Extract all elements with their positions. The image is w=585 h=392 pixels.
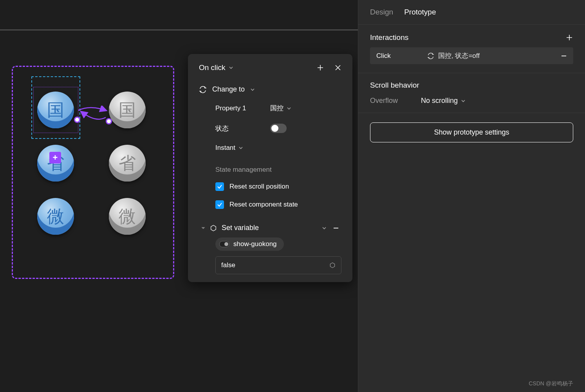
swap-icon	[427, 52, 434, 59]
interaction-trigger: Click	[376, 52, 427, 60]
plus-icon	[316, 64, 324, 72]
variable-icon	[210, 225, 217, 232]
caret-down-icon	[200, 225, 206, 231]
overflow-dropdown[interactable]: No scrolling	[421, 97, 466, 105]
popup-header: On click	[188, 54, 352, 81]
chevron-down-icon	[287, 106, 291, 111]
property1-row: Property 1 国控	[199, 98, 341, 118]
divider	[358, 113, 585, 113]
trigger-dropdown[interactable]: On click	[199, 63, 316, 72]
interactions-section: Interactions Click 国控, 状态=off	[358, 25, 585, 73]
add-action-button[interactable]	[316, 64, 324, 72]
right-panel: Design Prototype Interactions Click 国控, …	[358, 0, 585, 392]
state-toggle[interactable]	[270, 124, 287, 133]
state-management-title: State management	[199, 160, 341, 178]
variable-value: false	[221, 261, 329, 269]
reset-component-row: Reset component state	[199, 196, 341, 214]
chevron-down-icon	[461, 99, 466, 103]
reset-component-checkbox[interactable]	[215, 200, 224, 209]
overflow-label: Overflow	[370, 97, 421, 105]
panel-tabs: Design Prototype	[358, 0, 585, 24]
interaction-item[interactable]: Click 国控, 状态=off	[370, 47, 573, 64]
set-variable-action[interactable]: Set variable	[199, 214, 341, 235]
property1-label: Property 1	[215, 104, 270, 112]
chevron-down-icon	[250, 87, 255, 92]
minus-icon	[561, 53, 567, 59]
trigger-label: On click	[199, 63, 226, 72]
close-popup-button[interactable]	[334, 64, 341, 71]
minus-icon	[333, 225, 339, 231]
watermark: CSDN @岩鸣杨子	[529, 380, 573, 387]
set-variable-label: Set variable	[222, 224, 320, 232]
boolean-variable-icon	[219, 241, 229, 247]
overflow-row: Overflow No scrolling	[358, 94, 585, 113]
chevron-down-icon	[322, 226, 327, 230]
tab-design[interactable]: Design	[370, 8, 393, 16]
canvas-divider	[0, 29, 358, 31]
swap-icon	[199, 86, 207, 94]
token-guo-on[interactable]: 国	[37, 92, 74, 128]
interaction-popup: On click Change to Property 1 国控	[188, 54, 352, 282]
reset-scroll-row: Reset scroll position	[199, 178, 341, 196]
variable-icon	[329, 262, 336, 268]
state-label: 状态	[215, 124, 270, 133]
change-to-action[interactable]: Change to	[199, 81, 341, 98]
token-wei-off[interactable]: 微	[109, 198, 146, 235]
variable-name: show-guokong	[233, 240, 277, 248]
token-wei-on[interactable]: 微	[37, 198, 74, 235]
remove-setvar-button[interactable]	[333, 225, 339, 231]
state-row: 状态	[199, 118, 341, 138]
interaction-action: 国控, 状态=off	[438, 51, 480, 60]
change-to-label: Change to	[212, 85, 245, 94]
interactions-title: Interactions	[370, 33, 565, 42]
check-icon	[217, 202, 222, 207]
check-icon	[217, 184, 222, 189]
chevron-down-icon	[229, 65, 233, 70]
remove-interaction-button[interactable]	[561, 53, 567, 59]
tab-prototype[interactable]: Prototype	[404, 8, 436, 16]
variable-chip[interactable]: show-guokong	[215, 237, 284, 251]
add-interaction-button[interactable]	[565, 34, 573, 41]
plus-icon	[565, 34, 573, 41]
animation-dropdown[interactable]: Instant	[199, 138, 341, 160]
chevron-down-icon	[238, 146, 243, 150]
reset-component-label: Reset component state	[229, 201, 298, 209]
show-prototype-settings-button[interactable]: Show prototype settings	[370, 122, 573, 142]
reset-scroll-checkbox[interactable]	[215, 182, 224, 191]
property1-dropdown[interactable]: 国控	[270, 104, 291, 113]
component-add-badge: +	[49, 152, 61, 164]
connection-handle[interactable]	[106, 118, 112, 124]
scroll-behavior-title: Scroll behavior	[358, 73, 585, 94]
variable-value-input[interactable]: false	[215, 256, 341, 274]
token-sheng-off[interactable]: 省	[109, 145, 146, 182]
connection-handle[interactable]	[74, 117, 80, 123]
token-guo-off[interactable]: 国	[109, 92, 146, 128]
close-icon	[334, 64, 341, 71]
reset-scroll-label: Reset scroll position	[229, 183, 289, 191]
